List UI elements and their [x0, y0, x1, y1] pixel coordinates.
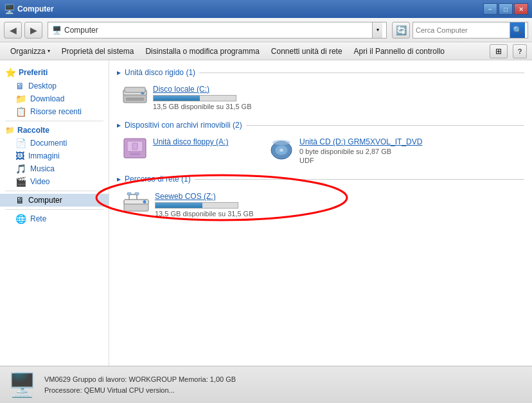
- sidebar-item-risorse[interactable]: 📋 Risorse recenti: [0, 105, 109, 118]
- drive-item-d[interactable]: Unità CD (D:) GRM5XVOL_IT_DVD 0 byte dis…: [263, 135, 427, 167]
- drive-z-name: Seeweb COS (Z:): [155, 192, 253, 201]
- download-folder-icon: 📁: [15, 94, 26, 104]
- svg-rect-7: [130, 153, 140, 155]
- title-icon: 🖥️: [4, 4, 15, 14]
- sidebar-item-video[interactable]: 🎬 Video: [0, 175, 109, 188]
- drive-d-icon: [269, 137, 294, 164]
- risorse-icon: 📋: [15, 107, 26, 117]
- drive-d-extra: UDF: [299, 157, 422, 164]
- menubar: Organizza ▾ Proprietà del sistema Disins…: [0, 42, 532, 60]
- menu-proprieta[interactable]: Proprietà del sistema: [57, 45, 139, 58]
- computer-label: Computer: [28, 196, 62, 205]
- sidebar-item-rete[interactable]: 🌐 Rete: [0, 212, 109, 225]
- search-button[interactable]: 🔍: [510, 22, 525, 38]
- forward-button[interactable]: ▶: [24, 22, 42, 39]
- drive-z-icon: [123, 192, 150, 218]
- video-label: Video: [30, 177, 49, 186]
- svg-point-12: [272, 140, 290, 145]
- rete-label: Rete: [30, 214, 46, 223]
- rete-icon: 🌐: [15, 214, 26, 224]
- search-bar[interactable]: 🔍: [412, 22, 528, 39]
- window-title: Computer: [17, 4, 482, 13]
- sidebar-item-desktop[interactable]: 🖥 Desktop: [0, 80, 109, 92]
- documenti-label: Documenti: [30, 139, 67, 148]
- menu-disinstalla[interactable]: Disinstalla o modifica programma: [140, 45, 264, 58]
- search-input[interactable]: [416, 26, 510, 34]
- risorse-label: Risorse recenti: [30, 107, 82, 116]
- video-icon: 🎬: [15, 176, 26, 187]
- drive-d-name: Unità CD (D:) GRM5XVOL_IT_DVD: [299, 137, 422, 146]
- drive-z-bar: [155, 202, 238, 209]
- musica-icon: 🎵: [15, 164, 26, 174]
- sidebar-item-computer[interactable]: 🖥 Computer: [0, 194, 109, 207]
- drive-item-a[interactable]: Unità disco floppy (A:): [117, 135, 258, 167]
- menu-organizza[interactable]: Organizza ▾: [5, 45, 55, 58]
- close-button[interactable]: ✕: [514, 3, 528, 15]
- status-text: VM0629 Gruppo di lavoro: WORKGROUP Memor…: [44, 374, 236, 395]
- desktop-icon: 🖥: [15, 81, 24, 91]
- address-text: Computer: [64, 26, 98, 35]
- drive-z-bar-fill: [155, 203, 202, 208]
- raccolte-folder-icon: 📁: [5, 126, 15, 135]
- sidebar-section-preferiti: ⭐ Preferiti 🖥 Desktop 📁 Download 📋 Risor…: [0, 65, 109, 118]
- drive-c-icon: [122, 85, 148, 108]
- rete-arrow-icon: ▸: [117, 175, 121, 184]
- refresh-button[interactable]: 🔄: [392, 22, 410, 39]
- svg-rect-20: [135, 193, 139, 195]
- svg-rect-4: [125, 87, 145, 92]
- drive-d-size: 0 byte disponibile su 2,87 GB: [299, 148, 422, 155]
- menu-connetti[interactable]: Connetti unità di rete: [266, 45, 348, 58]
- sidebar-section-rete: 🌐 Rete: [0, 212, 109, 225]
- toolbar: ◀ ▶ 🖥️ Computer ▾ 🔄 🔍: [0, 18, 532, 42]
- rete-drive-grid: Seeweb COS (Z:) 13,5 GB disponibile su 3…: [117, 189, 524, 221]
- drive-c-info: Disco locale (C:) 13,5 GB disponibile su…: [153, 85, 251, 110]
- section-header-rete: ▸ Percorso di rete (1): [117, 175, 524, 184]
- drive-item-z[interactable]: Seeweb COS (Z:) 13,5 GB disponibile su 3…: [117, 189, 259, 221]
- sidebar-section-raccolte: 📁 Raccolte 📄 Documenti 🖼 Immagini 🎵 Musi…: [0, 124, 109, 188]
- rete-section-divider: [195, 179, 524, 180]
- sidebar-header-raccolte[interactable]: 📁 Raccolte: [0, 124, 109, 137]
- address-icon: 🖥️: [52, 26, 62, 35]
- titlebar: 🖥️ Computer − □ ✕: [0, 0, 532, 18]
- svg-rect-3: [126, 98, 144, 101]
- address-dropdown[interactable]: ▾: [372, 22, 382, 38]
- drive-c-size: 13,5 GB disponibile su 31,5 GB: [153, 103, 251, 110]
- sidebar-divider-1: [5, 121, 103, 121]
- drive-d-info: Unità CD (D:) GRM5XVOL_IT_DVD 0 byte dis…: [299, 137, 422, 164]
- drive-z-size: 13,5 GB disponibile su 31,5 GB: [155, 210, 253, 218]
- rete-title: Percorso di rete (1): [125, 175, 191, 184]
- rimovibili-drive-grid: Unità disco floppy (A:) Unità CD (D:) GR: [117, 135, 524, 167]
- svg-point-11: [279, 149, 283, 152]
- restore-button[interactable]: □: [499, 3, 513, 15]
- disco-drive-grid: Disco locale (C:) 13,5 GB disponibile su…: [117, 82, 524, 113]
- download-label: Download: [30, 94, 64, 103]
- section-header-rimovibili: ▸ Dispositivi con archivi rimovibili (2): [117, 121, 524, 130]
- menu-pannello[interactable]: Apri il Pannello di controllo: [349, 45, 450, 58]
- sidebar-header-preferiti[interactable]: ⭐ Preferiti: [0, 65, 109, 80]
- sidebar-preferiti-label: Preferiti: [19, 68, 48, 77]
- drive-a-info: Unità disco floppy (A:): [153, 137, 228, 146]
- desktop-label: Desktop: [28, 81, 57, 90]
- section-header-disco: ▸ Unità disco rigido (1): [117, 68, 524, 77]
- sidebar-divider-3: [5, 209, 103, 210]
- sidebar-item-musica[interactable]: 🎵 Musica: [0, 162, 109, 175]
- rimovibili-arrow-icon: ▸: [117, 121, 121, 130]
- drive-a-icon: [122, 137, 148, 164]
- sidebar-item-download[interactable]: 📁 Download: [0, 92, 109, 105]
- star-icon: ⭐: [5, 67, 16, 78]
- minimize-button[interactable]: −: [483, 3, 497, 15]
- drive-c-name: Disco locale (C:): [153, 85, 251, 94]
- sidebar-item-documenti[interactable]: 📄 Documenti: [0, 137, 109, 150]
- drive-item-c[interactable]: Disco locale (C:) 13,5 GB disponibile su…: [117, 82, 258, 113]
- sidebar-divider-2: [5, 191, 103, 191]
- back-button[interactable]: ◀: [4, 22, 22, 39]
- status-line-1: VM0629 Gruppo di lavoro: WORKGROUP Memor…: [44, 374, 236, 385]
- drive-a-name: Unità disco floppy (A:): [153, 137, 228, 146]
- computer-icon: 🖥: [15, 195, 24, 205]
- drive-c-bar-fill: [154, 96, 200, 101]
- rimovibili-divider: [246, 125, 524, 126]
- documenti-icon: 📄: [15, 138, 26, 148]
- help-button[interactable]: ?: [513, 44, 527, 58]
- sidebar-item-immagini[interactable]: 🖼 Immagini: [0, 150, 109, 162]
- view-button[interactable]: ⊞: [490, 44, 508, 58]
